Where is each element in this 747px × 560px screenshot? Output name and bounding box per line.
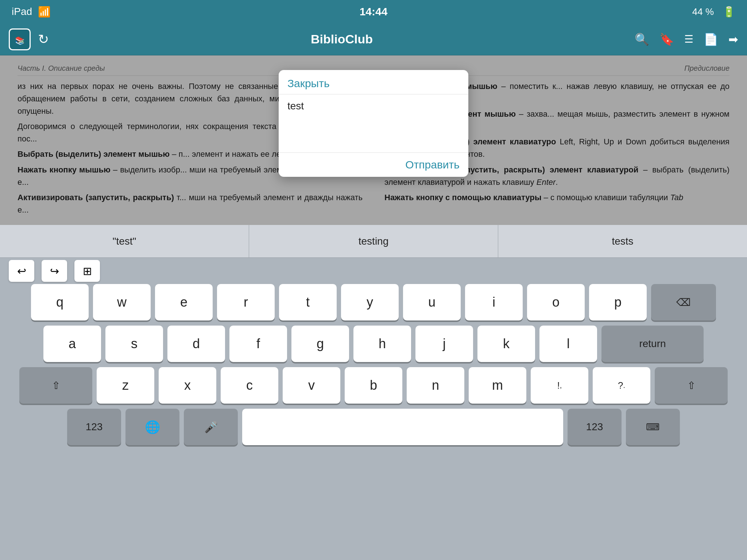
key-g[interactable]: g [291,326,349,362]
key-s[interactable]: s [105,326,163,362]
key-p[interactable]: p [589,284,647,320]
battery-icon: 🔋 [723,6,735,18]
document-icon[interactable]: 📄 [704,32,718,46]
key-row-3: ⇧ z x c v b n m !, ?. ⇧ [3,367,744,404]
key-r[interactable]: r [217,284,275,320]
keyboard-area: "test" testing tests ↩ ↪ ⊞ q w e r t y u… [0,225,747,560]
status-left: iPad 📶 [12,6,51,18]
dialog: Закрыть test Отправить [279,70,468,177]
refresh-icon[interactable]: ↻ [38,32,49,47]
keys-section: q w e r t y u i o p ⌫ a s d f g h j k l … [0,284,747,445]
key-d[interactable]: d [167,326,225,362]
svg-text:📚: 📚 [15,36,25,46]
key-h[interactable]: h [353,326,411,362]
key-microphone[interactable]: 🎤 [184,409,238,445]
toolbar-row: ↩ ↪ ⊞ [0,258,747,284]
key-v[interactable]: v [283,367,340,404]
dialog-actions: Отправить [279,153,468,177]
key-t[interactable]: t [279,284,337,320]
key-e[interactable]: e [155,284,213,320]
wifi-icon: 📶 [38,6,51,18]
list-icon[interactable]: ☰ [684,33,693,45]
autocomplete-item-2[interactable]: testing [249,225,498,257]
redo-button[interactable]: ↪ [42,260,67,282]
key-shift-left[interactable]: ⇧ [19,367,92,404]
key-a[interactable]: a [43,326,101,362]
paste-button[interactable]: ⊞ [74,260,100,282]
status-right: 44 % 🔋 [692,6,735,18]
dialog-close-button[interactable]: Закрыть [287,77,330,89]
key-o[interactable]: o [527,284,585,320]
battery-text: 44 % [692,6,714,18]
autocomplete-item-1[interactable]: "test" [0,225,249,257]
key-123-left[interactable]: 123 [67,409,121,445]
key-question[interactable]: ?. [593,367,650,404]
exit-icon[interactable]: ➡ [728,32,738,46]
key-globe[interactable]: 🌐 [125,409,179,445]
autocomplete-item-3[interactable]: tests [498,225,747,257]
nav-bar: 📚 ↻ BiblioClub 🔍 🔖 ☰ 📄 ➡ [0,23,747,55]
key-y[interactable]: y [341,284,399,320]
key-x[interactable]: x [159,367,216,404]
key-row-1: q w e r t y u i o p ⌫ [3,284,744,320]
key-row-4: 123 🌐 🎤 123 ⌨ [3,409,744,445]
key-b[interactable]: b [345,367,402,404]
key-space[interactable] [242,409,563,445]
status-bar: iPad 📶 14:44 44 % 🔋 [0,0,747,23]
key-row-2: a s d f g h j k l return [3,326,744,362]
key-k[interactable]: k [477,326,535,362]
search-icon[interactable]: 🔍 [635,32,649,46]
time-display: 14:44 [360,5,388,18]
key-u[interactable]: u [403,284,461,320]
bookmark-icon[interactable]: 🔖 [659,32,674,46]
key-keyboard-hide[interactable]: ⌨ [626,409,680,445]
key-shift-right[interactable]: ⇧ [655,367,728,404]
key-n[interactable]: n [407,367,464,404]
key-c[interactable]: c [221,367,278,404]
dialog-input-text: test [287,100,304,112]
dialog-header: Закрыть [279,70,468,94]
nav-right: 🔍 🔖 ☰ 📄 ➡ [635,32,738,46]
key-f[interactable]: f [229,326,287,362]
key-m[interactable]: m [469,367,526,404]
app-title: BiblioClub [311,32,373,46]
key-backspace[interactable]: ⌫ [651,284,716,320]
key-exclaim[interactable]: !, [531,367,588,404]
dialog-overlay: Закрыть test Отправить [0,55,747,225]
key-z[interactable]: z [97,367,154,404]
autocomplete-bar: "test" testing tests [0,225,747,258]
key-l[interactable]: l [539,326,597,362]
undo-button[interactable]: ↩ [9,260,34,282]
key-q[interactable]: q [31,284,89,320]
key-i[interactable]: i [465,284,523,320]
app-logo[interactable]: 📚 [9,28,31,50]
status-bar-center: 14:44 [360,5,388,18]
ipad-label: iPad [12,6,32,18]
key-return[interactable]: return [601,326,704,362]
dialog-input-area[interactable]: test [279,94,468,153]
dialog-send-button[interactable]: Отправить [405,159,460,171]
content-area: Часть I. Описание среды Предисловие из н… [0,55,747,225]
key-123-right[interactable]: 123 [568,409,622,445]
nav-left: 📚 ↻ [9,28,49,50]
key-j[interactable]: j [415,326,473,362]
key-w[interactable]: w [93,284,151,320]
